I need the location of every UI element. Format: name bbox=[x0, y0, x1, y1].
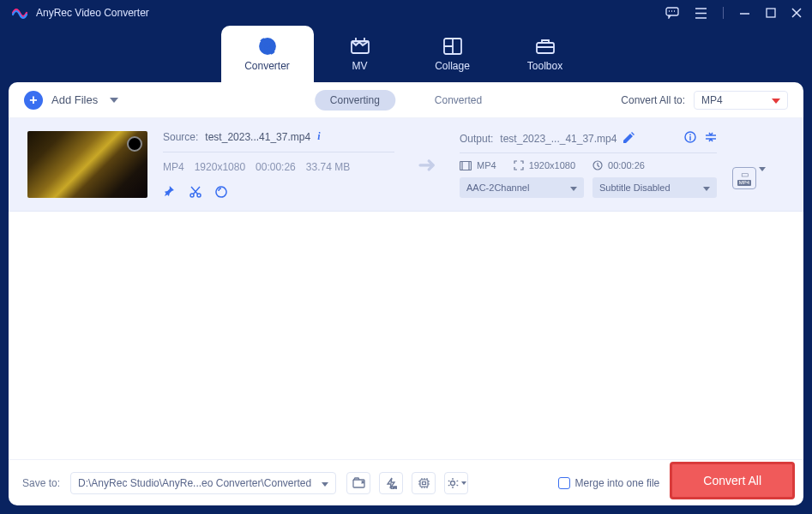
titlebar: AnyRec Video Converter bbox=[0, 0, 812, 26]
svg-point-16 bbox=[450, 481, 454, 485]
source-resolution: 1920x1080 bbox=[195, 161, 245, 173]
convert-all-button[interactable]: Convert All bbox=[670, 462, 795, 499]
source-label: Source: bbox=[163, 131, 198, 143]
mv-icon bbox=[350, 36, 370, 57]
output-format-button[interactable]: ▭ MP4 bbox=[732, 167, 756, 189]
output-column: Output: test_2023_..._41_37.mp4 MP4 1920… bbox=[460, 131, 717, 198]
output-format-col: ▭ MP4 bbox=[732, 140, 772, 189]
video-thumbnail[interactable] bbox=[27, 131, 147, 198]
minimize-icon[interactable] bbox=[739, 8, 750, 19]
svg-rect-6 bbox=[537, 43, 554, 53]
fmt-badge-label: MP4 bbox=[737, 180, 751, 187]
chevron-down-icon bbox=[703, 182, 710, 193]
menu-icon[interactable] bbox=[695, 8, 707, 19]
output-info-icon[interactable] bbox=[684, 131, 696, 146]
save-path-value: D:\AnyRec Studio\AnyRe...eo Converter\Co… bbox=[78, 477, 311, 489]
format-value: MP4 bbox=[701, 94, 723, 106]
chevron-down-icon bbox=[570, 182, 577, 193]
body: + Add Files Converting Converted Convert… bbox=[9, 82, 803, 505]
audio-select[interactable]: AAC-2Channel bbox=[460, 177, 584, 198]
svg-rect-12 bbox=[353, 480, 364, 487]
sub-toolbar: + Add Files Converting Converted Convert… bbox=[9, 82, 803, 118]
convert-all-to: Convert All to: MP4 bbox=[621, 91, 788, 110]
subtitle-value: Subtitle Disabled bbox=[599, 182, 671, 193]
app-logo-icon bbox=[10, 3, 29, 22]
window-controls bbox=[665, 7, 802, 19]
footer-tool-icons: OFF bbox=[346, 472, 468, 494]
source-column: Source: test_2023...41_37.mp4 i MP4 1920… bbox=[163, 130, 394, 199]
arrow-icon: ➜ bbox=[410, 152, 444, 178]
file-row: Source: test_2023...41_37.mp4 i MP4 1920… bbox=[9, 118, 803, 212]
compress-icon[interactable] bbox=[705, 131, 717, 146]
collage-icon bbox=[443, 36, 462, 57]
converter-icon bbox=[257, 36, 278, 57]
hw-accel-icon[interactable]: OFF bbox=[379, 472, 403, 494]
edit-icon[interactable] bbox=[623, 132, 635, 146]
toolbox-icon bbox=[535, 36, 556, 57]
tab-label: Collage bbox=[435, 60, 470, 72]
out-resolution: 1920x1080 bbox=[529, 160, 575, 170]
save-to-label: Save to: bbox=[22, 477, 60, 489]
chevron-down-icon bbox=[322, 477, 328, 489]
status-segment: Converting Converted bbox=[315, 90, 497, 111]
seg-converted[interactable]: Converted bbox=[419, 90, 497, 111]
output-filename: test_2023_..._41_37.mp4 bbox=[500, 133, 617, 145]
save-path-select[interactable]: D:\AnyRec Studio\AnyRe...eo Converter\Co… bbox=[70, 472, 336, 494]
footer: Save to: D:\AnyRec Studio\AnyRe...eo Con… bbox=[9, 459, 803, 505]
file-list: Source: test_2023...41_37.mp4 i MP4 1920… bbox=[9, 118, 803, 459]
tab-label: Toolbox bbox=[527, 60, 562, 72]
seg-converting[interactable]: Converting bbox=[315, 90, 395, 111]
enhance-icon[interactable] bbox=[214, 185, 228, 199]
source-filename: test_2023...41_37.mp4 bbox=[205, 131, 310, 143]
settings-icon[interactable] bbox=[444, 472, 468, 494]
chevron-down-icon[interactable] bbox=[759, 167, 766, 171]
gpu-icon[interactable] bbox=[412, 472, 436, 494]
svg-rect-1 bbox=[767, 9, 775, 17]
format-select[interactable]: MP4 bbox=[694, 91, 788, 110]
edit-tools bbox=[163, 185, 394, 199]
svg-point-3 bbox=[265, 44, 270, 49]
divider bbox=[723, 7, 724, 19]
pin-icon[interactable] bbox=[163, 185, 177, 199]
out-duration: 00:00:26 bbox=[608, 160, 645, 170]
tab-converter[interactable]: Converter bbox=[221, 26, 314, 82]
convert-all-to-label: Convert All to: bbox=[621, 94, 685, 106]
convert-all-label: Convert All bbox=[703, 474, 761, 487]
output-label: Output: bbox=[460, 133, 493, 145]
main-tabs: Converter MV Collage Toolbox bbox=[0, 26, 812, 82]
app-title: AnyRec Video Converter bbox=[36, 7, 149, 19]
close-icon[interactable] bbox=[791, 8, 802, 18]
svg-text:OFF: OFF bbox=[391, 486, 397, 489]
cut-icon[interactable] bbox=[189, 185, 202, 199]
checkbox-icon bbox=[558, 477, 570, 489]
merge-label: Merge into one file bbox=[575, 477, 660, 489]
info-icon[interactable]: i bbox=[317, 130, 320, 143]
plus-icon: + bbox=[24, 91, 43, 110]
source-duration: 00:00:26 bbox=[256, 161, 296, 173]
chevron-down-icon bbox=[110, 98, 118, 103]
add-files-button[interactable]: + Add Files bbox=[24, 91, 118, 110]
divider bbox=[460, 152, 717, 153]
svg-rect-15 bbox=[422, 481, 425, 484]
tab-mv[interactable]: MV bbox=[314, 26, 406, 82]
merge-checkbox[interactable]: Merge into one file bbox=[558, 477, 660, 489]
svg-rect-14 bbox=[420, 480, 428, 487]
film-icon: ▭ bbox=[741, 170, 749, 179]
subtitle-select[interactable]: Subtitle Disabled bbox=[592, 177, 717, 198]
open-folder-icon[interactable] bbox=[346, 472, 370, 494]
tab-toolbox[interactable]: Toolbox bbox=[499, 26, 592, 82]
tab-label: MV bbox=[352, 60, 368, 72]
audio-value: AAC-2Channel bbox=[466, 182, 529, 193]
maximize-icon[interactable] bbox=[766, 8, 776, 18]
svg-point-7 bbox=[190, 194, 194, 197]
tab-collage[interactable]: Collage bbox=[406, 26, 499, 82]
chevron-down-icon bbox=[772, 94, 780, 106]
add-files-label: Add Files bbox=[51, 93, 98, 106]
tab-label: Converter bbox=[244, 60, 290, 72]
source-size: 33.74 MB bbox=[306, 161, 350, 173]
svg-point-8 bbox=[197, 194, 201, 197]
source-format: MP4 bbox=[163, 161, 184, 173]
message-icon[interactable] bbox=[665, 7, 679, 19]
divider bbox=[163, 152, 394, 152]
app-window: AnyRec Video Converter Converter MV Coll… bbox=[0, 0, 812, 514]
